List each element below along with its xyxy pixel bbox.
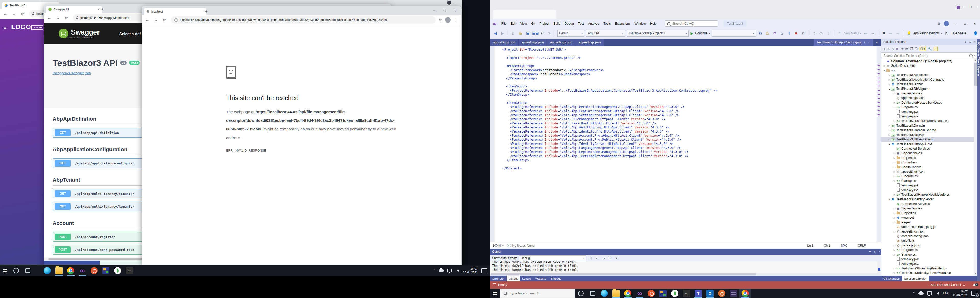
application-insights-button[interactable]: Application Insights — [913, 32, 939, 35]
expanded-arrow-icon[interactable]: ◢ — [883, 69, 886, 72]
collapsed-arrow-icon[interactable]: ▷ — [893, 101, 896, 104]
collapse-all-icon[interactable]: ❐ — [910, 47, 913, 51]
menu-project[interactable]: Project — [537, 21, 551, 26]
process-dropdown[interactable]: ▾ — [712, 30, 756, 37]
continue-button[interactable]: Continue — [695, 32, 708, 35]
bookmark-star-icon[interactable]: ☆ — [439, 18, 442, 22]
code-line[interactable] — [502, 60, 718, 64]
panel-tab-locals[interactable]: Locals — [520, 276, 533, 281]
tree-item[interactable]: ◢src — [881, 68, 977, 73]
clear-all-icon[interactable]: ⌧ — [608, 256, 613, 260]
editor-tab-active[interactable]: TestBlazor3.HttpApi.Client.csproj⊼× — [814, 39, 873, 46]
collapsed-arrow-icon[interactable]: ▷ — [888, 134, 891, 136]
tree-item[interactable]: {}compilerconfig.json — [881, 234, 977, 239]
platform-dropdown[interactable]: Any CPU▾ — [586, 30, 625, 37]
editor-tab[interactable]: appsettings.json — [490, 39, 518, 46]
people-icon[interactable] — [716, 288, 728, 298]
save-all-icon[interactable]: ▣▣ — [532, 31, 538, 35]
reload-icon[interactable]: ⟳ — [19, 11, 26, 17]
startup-project-dropdown[interactable]: <Multiple Startup Projects>▾ — [627, 30, 689, 37]
browser-link-icon[interactable]: ⧉ — [772, 31, 778, 35]
goto-next-icon[interactable]: ⇥ — [601, 256, 606, 260]
code-editor[interactable]: <Project Sdk="Microsoft.NET.Sdk"> <Impor… — [490, 46, 881, 242]
window-maximize-icon[interactable]: □ — [439, 9, 450, 13]
code-line[interactable]: <ItemGroup> — [502, 85, 718, 88]
menu-file[interactable]: File — [500, 21, 509, 26]
collapsed-arrow-icon[interactable]: ▷ — [893, 267, 896, 269]
tree-item[interactable]: ▷C#Startup.cs — [881, 252, 977, 257]
panel-tab-watch-1[interactable]: Watch 1 — [533, 276, 548, 281]
profile-avatar[interactable] — [956, 6, 960, 9]
collapsed-arrow-icon[interactable]: ▷ — [888, 79, 891, 81]
tray-expand-icon[interactable]: ⌃ — [913, 292, 915, 295]
output-content[interactable]: The thread 0x84c has exited with code 0 … — [490, 261, 877, 273]
chrome-icon[interactable] — [622, 288, 634, 298]
menu-build[interactable]: Build — [551, 21, 563, 26]
spaces-indicator[interactable]: SPC — [841, 244, 847, 247]
menu-help[interactable]: Help — [648, 21, 659, 26]
tree-item[interactable]: ◢C#TestBlazor3.DbMigrator — [881, 87, 977, 91]
tree-item[interactable]: ▷▦Dependencies — [881, 91, 977, 96]
tree-item[interactable]: ▷C#Program.cs — [881, 248, 977, 252]
code-line[interactable] — [502, 80, 718, 85]
back-icon[interactable]: ← — [2, 11, 9, 17]
edge-icon[interactable] — [598, 288, 610, 298]
collapsed-arrow-icon[interactable]: ▷ — [893, 212, 896, 215]
profile-avatar[interactable] — [445, 17, 451, 23]
panel-dropdown-icon[interactable]: ▾ — [965, 40, 966, 44]
previous-bookmark-icon[interactable]: ⇠ — [888, 31, 894, 35]
tree-item[interactable]: ▷⊕TestBlazor3.Blazor — [881, 82, 977, 87]
pending-changes-filter-icon[interactable]: ◔▾ — [900, 47, 904, 51]
window-close-icon[interactable]: × — [976, 5, 978, 9]
properties-icon[interactable]: 🔧 — [928, 47, 932, 51]
vs-search-input[interactable] — [673, 21, 709, 26]
tree-item[interactable]: ▷Controllers — [881, 160, 977, 165]
undo-icon[interactable]: ↶ — [539, 31, 545, 35]
home-icon[interactable]: ⌂ — [892, 47, 894, 51]
tree-item[interactable]: ◆Solution 'TestBlazor3' (16 of 16 projec… — [881, 59, 977, 63]
tab-close-icon[interactable]: × — [98, 8, 100, 11]
word-wrap-icon[interactable]: ↩ — [615, 256, 619, 260]
tree-item[interactable]: ▷C#TestBlazor3.HttpApi — [881, 133, 977, 137]
tree-item[interactable]: ▷▦Dependencies — [881, 151, 977, 155]
tree-item[interactable]: ▷C#DbMigratorHostedService.cs — [881, 100, 977, 105]
code-line[interactable] — [502, 97, 718, 101]
address-bar[interactable]: i localhost:44369/api/file-management/fi… — [171, 16, 436, 24]
forward-icon[interactable]: → — [11, 11, 18, 17]
tree-item[interactable]: ▷C#Startup.cs — [881, 179, 977, 183]
continue-play-icon[interactable]: ▶ — [690, 31, 694, 35]
redo-icon[interactable]: ↷ — [546, 31, 552, 35]
tree-item[interactable]: tempkey.jwk — [881, 183, 977, 188]
user-avatar[interactable] — [944, 21, 949, 26]
taskbar-search-box[interactable] — [500, 288, 575, 298]
tree-item[interactable]: ◢⊕TestBlazor3.HttpApi.Host — [881, 142, 977, 146]
save-icon[interactable]: ▣ — [525, 31, 531, 35]
code-line[interactable]: </Project> — [502, 166, 718, 170]
dev-app-icon[interactable] — [728, 288, 739, 298]
collapsed-arrow-icon[interactable]: ▷ — [893, 231, 896, 233]
action-center-icon[interactable] — [481, 268, 487, 273]
collapsed-arrow-icon[interactable]: ▷ — [893, 272, 896, 274]
code-line[interactable]: <PackageReference Include="Volo.Abp.Acco… — [502, 138, 718, 142]
collapsed-arrow-icon[interactable]: ▷ — [893, 180, 896, 182]
menu-analyze[interactable]: Analyze — [586, 21, 601, 26]
code-line[interactable]: <RootNamespace>TestBlazor3</RootNamespac… — [502, 72, 718, 76]
menu-tools[interactable]: Tools — [601, 21, 613, 26]
restart-app-icon[interactable]: ↺ — [800, 31, 806, 35]
show-all-files-icon[interactable]: ❏ — [915, 47, 918, 51]
line-ending-indicator[interactable]: CRLF — [858, 244, 865, 247]
step-out-icon[interactable]: ⤴ — [826, 31, 832, 35]
restart-icon[interactable]: ↻ — [758, 31, 763, 35]
code-line[interactable]: <ItemGroup> — [502, 101, 718, 105]
tree-item[interactable]: tempkey.rsa — [881, 188, 977, 192]
tree-item[interactable]: tempkey.rsa — [881, 114, 977, 119]
notifications-bell-icon[interactable]: 6 — [974, 284, 977, 286]
collapsed-arrow-icon[interactable]: ▷ — [893, 253, 896, 256]
tree-item[interactable]: tempkey.jwk — [881, 257, 977, 261]
sync-with-active-document-icon[interactable]: ⇄ — [905, 47, 908, 51]
expanded-arrow-icon[interactable]: ◢ — [888, 143, 891, 145]
collapsed-arrow-icon[interactable]: ▷ — [893, 175, 896, 178]
onedrive-icon[interactable] — [918, 292, 924, 295]
window-maximize-icon[interactable]: □ — [962, 22, 968, 25]
tree-item[interactable]: ▷C#TestBlazor3DbMigratorModule.cs — [881, 119, 977, 123]
